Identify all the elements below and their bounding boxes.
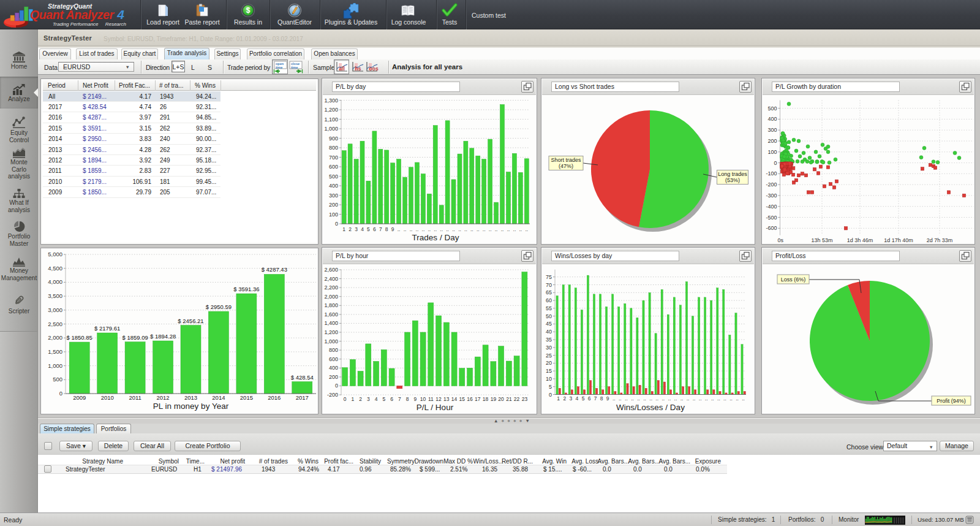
- svg-text:oos: oos: [369, 66, 379, 72]
- svg-text:15: 15: [459, 396, 466, 402]
- svg-text:..: ..: [717, 395, 720, 402]
- svg-text:60: 60: [546, 297, 552, 303]
- svg-text:1,300: 1,300: [324, 97, 338, 104]
- svg-text:..: ..: [723, 395, 726, 402]
- svg-text:800: 800: [329, 145, 338, 151]
- svg-text:100: 100: [767, 149, 777, 155]
- svg-text:..: ..: [428, 226, 431, 232]
- svg-text:4,500: 4,500: [48, 265, 62, 272]
- svg-text:$ 3591.36: $ 3591.36: [233, 286, 259, 292]
- svg-text:..: ..: [662, 395, 665, 402]
- svg-text:4: 4: [361, 226, 364, 232]
- svg-text:1,200: 1,200: [324, 107, 338, 113]
- svg-text:5: 5: [549, 384, 552, 390]
- svg-text:1,400: 1,400: [324, 320, 338, 326]
- svg-text:200: 200: [767, 138, 777, 144]
- svg-text:3: 3: [367, 396, 370, 402]
- svg-text:-200: -200: [766, 181, 777, 188]
- svg-text:(47%): (47%): [559, 163, 573, 169]
- svg-text:..: ..: [699, 395, 702, 402]
- svg-text:..: ..: [452, 226, 455, 232]
- svg-text:22: 22: [514, 396, 520, 402]
- svg-text:400: 400: [329, 365, 338, 371]
- svg-text:500: 500: [329, 173, 338, 180]
- svg-text:2,400: 2,400: [324, 276, 338, 282]
- svg-text:0: 0: [549, 392, 552, 398]
- svg-text:2014: 2014: [212, 394, 225, 401]
- svg-text:1: 1: [557, 395, 560, 402]
- svg-text:10: 10: [546, 376, 552, 382]
- svg-text:100: 100: [329, 212, 338, 218]
- svg-text:6: 6: [390, 396, 393, 402]
- svg-text:500: 500: [53, 376, 62, 383]
- svg-text:7: 7: [594, 395, 597, 402]
- svg-text:Short trades: Short trades: [551, 157, 581, 163]
- svg-text:Trading Performance Resear: Trading Performance Research: [53, 21, 126, 27]
- svg-text:..: ..: [612, 395, 616, 402]
- svg-text:23: 23: [522, 396, 528, 402]
- svg-text:0s: 0s: [778, 237, 784, 243]
- svg-text:15: 15: [546, 368, 552, 374]
- svg-text:..: ..: [736, 395, 739, 402]
- svg-text:2,500: 2,500: [48, 321, 62, 327]
- svg-text:16: 16: [467, 396, 473, 402]
- svg-text:45: 45: [546, 321, 552, 327]
- svg-text:800: 800: [329, 347, 338, 353]
- svg-text:1,800: 1,800: [324, 302, 338, 308]
- svg-text:..: ..: [705, 395, 708, 402]
- svg-text:6: 6: [588, 395, 591, 402]
- svg-text:Long trades: Long trades: [718, 171, 747, 177]
- svg-text:Loss (6%): Loss (6%): [781, 276, 806, 283]
- svg-text:Profit (94%): Profit (94%): [937, 398, 966, 404]
- svg-text:2017: 2017: [296, 394, 309, 401]
- svg-text:..: ..: [525, 226, 528, 232]
- svg-text:2009: 2009: [73, 394, 86, 401]
- svg-text:2012: 2012: [157, 394, 170, 401]
- svg-text:hs: hs: [355, 66, 361, 72]
- svg-text:-400: -400: [766, 204, 777, 210]
- svg-text:..: ..: [680, 395, 684, 402]
- svg-text:$ 428.54: $ 428.54: [291, 374, 314, 381]
- svg-text:1d 17h 40m: 1d 17h 40m: [884, 237, 913, 243]
- svg-text:3,500: 3,500: [48, 292, 62, 299]
- svg-text:35: 35: [546, 337, 552, 343]
- svg-text:Quant Analyzer 4: Quant Analyzer 4: [30, 7, 124, 21]
- svg-text:3: 3: [569, 395, 572, 402]
- svg-text:7: 7: [379, 226, 382, 232]
- svg-text:..: ..: [458, 226, 461, 232]
- svg-text:$ 2456.21: $ 2456.21: [178, 318, 203, 324]
- svg-text:0: 0: [59, 390, 62, 397]
- svg-text:20: 20: [546, 360, 552, 366]
- svg-text:1d 3h 46m: 1d 3h 46m: [847, 237, 873, 243]
- svg-text:9: 9: [606, 395, 609, 402]
- svg-text:..: ..: [513, 226, 516, 232]
- svg-text:1: 1: [352, 396, 355, 402]
- svg-text:..: ..: [631, 395, 634, 402]
- svg-text:5,000: 5,000: [48, 251, 62, 257]
- svg-text:5: 5: [582, 395, 585, 402]
- svg-text:Wins/Losses / Day: Wins/Losses / Day: [616, 403, 685, 412]
- svg-text:4: 4: [375, 396, 378, 402]
- svg-text:400: 400: [329, 183, 338, 189]
- svg-text:11: 11: [428, 396, 434, 402]
- svg-text:$ 1859.09: $ 1859.09: [122, 334, 148, 341]
- svg-text:18: 18: [483, 396, 489, 402]
- svg-text:2: 2: [359, 396, 362, 402]
- svg-text:2,000: 2,000: [48, 334, 62, 341]
- svg-text:1,100: 1,100: [324, 116, 338, 123]
- svg-text:50: 50: [546, 313, 552, 319]
- svg-text:2010: 2010: [101, 394, 114, 401]
- svg-text:..: ..: [470, 226, 473, 232]
- svg-text:4: 4: [576, 395, 579, 402]
- svg-text:500: 500: [767, 105, 777, 112]
- svg-text:..: ..: [742, 395, 745, 402]
- svg-text:..: ..: [422, 226, 425, 232]
- svg-text:300: 300: [329, 192, 338, 199]
- svg-text:10: 10: [420, 396, 426, 402]
- svg-text:2013: 2013: [184, 394, 197, 401]
- svg-text:$ 1850.85: $ 1850.85: [67, 334, 92, 341]
- svg-text:0: 0: [335, 383, 338, 389]
- svg-text:..: ..: [625, 395, 628, 402]
- svg-text:20: 20: [498, 396, 504, 402]
- svg-text:..: ..: [477, 226, 480, 232]
